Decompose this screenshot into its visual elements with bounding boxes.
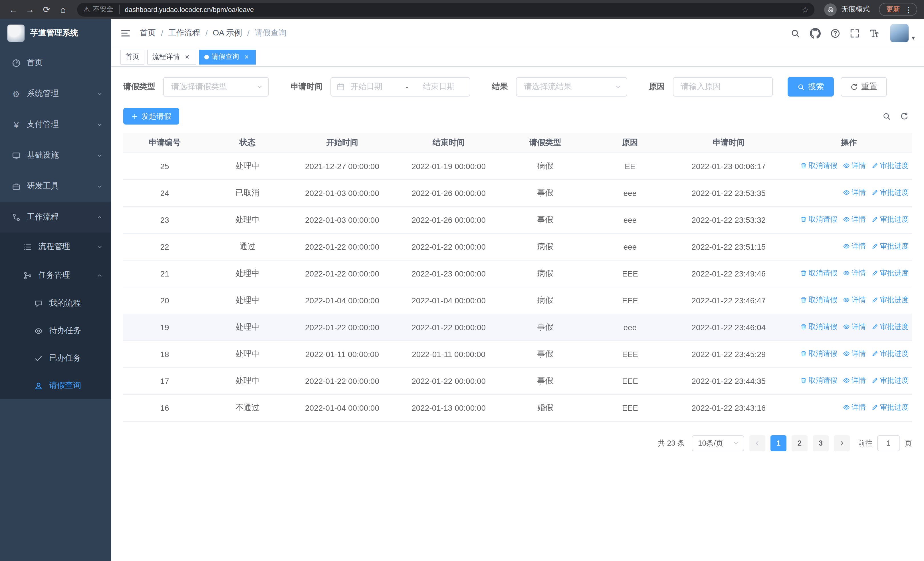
page-button-3[interactable]: 3 <box>813 435 829 451</box>
breadcrumb-item[interactable]: 工作流程 <box>168 28 200 38</box>
help-icon[interactable] <box>831 28 840 38</box>
refresh-table-icon[interactable] <box>900 112 909 120</box>
tab-process-detail[interactable]: 流程详情× <box>147 50 196 64</box>
browser-reload-icon[interactable]: ⟳ <box>39 2 54 17</box>
search-button[interactable]: 搜索 <box>788 77 834 96</box>
prev-page-button[interactable] <box>749 435 765 451</box>
chevron-down-icon <box>733 440 739 446</box>
page-button-1[interactable]: 1 <box>771 435 786 451</box>
breadcrumb-item[interactable]: OA 示例 <box>213 28 242 38</box>
cell-actions: 取消请假详情审批进度 <box>786 367 912 394</box>
sidebar-item-label: 已办任务 <box>49 353 81 363</box>
progress-link[interactable]: 审批进度 <box>872 349 909 359</box>
browser-menu-icon[interactable]: ⋮ <box>904 5 913 14</box>
sidebar-item-my-process[interactable]: 我的流程 <box>0 290 111 317</box>
detail-link[interactable]: 详情 <box>843 188 866 198</box>
header-search-icon[interactable] <box>791 28 801 38</box>
sidebar-item-workflow[interactable]: 工作流程 <box>0 202 111 233</box>
user-menu[interactable]: ▾ <box>891 24 915 42</box>
sidebar-item-task-management[interactable]: 任务管理 <box>0 261 111 290</box>
sidebar-item-system-management[interactable]: ⚙系统管理 <box>0 78 111 109</box>
sidebar-item-todo-tasks[interactable]: 待办任务 <box>0 317 111 344</box>
total-count: 共 23 条 <box>658 438 685 448</box>
detail-link[interactable]: 详情 <box>843 376 866 386</box>
eye-icon <box>843 404 850 411</box>
browser-forward-icon[interactable]: → <box>22 2 38 17</box>
page-button-2[interactable]: 2 <box>792 435 808 451</box>
breadcrumb-item[interactable]: 首页 <box>140 28 156 38</box>
progress-link[interactable]: 审批进度 <box>872 403 909 412</box>
progress-link[interactable]: 审批进度 <box>872 295 909 305</box>
cell-reason: eee <box>589 206 672 233</box>
sidebar-item-home[interactable]: 首页 <box>0 47 111 78</box>
sidebar-item-infrastructure[interactable]: 基础设施 <box>0 140 111 171</box>
tab-home[interactable]: 首页 <box>120 50 144 64</box>
detail-link[interactable]: 详情 <box>843 269 866 278</box>
cell-actions: 详情审批进度 <box>786 233 912 260</box>
sidebar-item-done-tasks[interactable]: 已办任务 <box>0 344 111 372</box>
create-leave-button[interactable]: 发起请假 <box>123 108 179 125</box>
close-icon[interactable]: × <box>183 53 191 61</box>
detail-link[interactable]: 详情 <box>843 322 866 332</box>
address-bar[interactable]: ⚠ 不安全 dashboard.yudao.iocoder.cn/bpm/oa/… <box>77 3 814 16</box>
cancel-link[interactable]: 取消请假 <box>800 349 837 359</box>
progress-link[interactable]: 审批进度 <box>872 188 909 198</box>
cell-status: 通过 <box>206 233 289 260</box>
font-size-icon[interactable] <box>870 28 879 38</box>
workflow-icon <box>11 213 21 221</box>
progress-link[interactable]: 审批进度 <box>872 322 909 332</box>
progress-link[interactable]: 审批进度 <box>872 161 909 171</box>
goto-page-input[interactable]: 1 <box>877 435 900 451</box>
app-logo-row[interactable]: 芋道管理系统 <box>0 19 111 47</box>
cell-actions: 详情审批进度 <box>786 179 912 206</box>
sidebar-item-process-management[interactable]: 流程管理 <box>0 233 111 261</box>
progress-link[interactable]: 审批进度 <box>872 376 909 386</box>
sidebar-item-leave-query[interactable]: 请假查询 <box>0 372 111 399</box>
cancel-link[interactable]: 取消请假 <box>800 161 837 171</box>
detail-link[interactable]: 详情 <box>843 215 866 224</box>
leave-type-select[interactable]: 请选择请假类型 <box>163 77 269 96</box>
sidebar-item-payment-management[interactable]: ¥支付管理 <box>0 109 111 140</box>
github-icon[interactable] <box>810 28 821 39</box>
close-icon[interactable]: × <box>243 53 250 61</box>
progress-link[interactable]: 审批进度 <box>872 269 909 278</box>
detail-link[interactable]: 详情 <box>843 295 866 305</box>
cell-actions: 取消请假详情审批进度 <box>786 260 912 287</box>
cell-apply-time: 2022-01-22 23:45:29 <box>672 340 786 367</box>
cancel-link[interactable]: 取消请假 <box>800 322 837 332</box>
tabs-bar: 首页流程详情×请假查询× <box>111 47 924 67</box>
detail-link[interactable]: 详情 <box>843 242 866 251</box>
breadcrumb-separator: / <box>247 29 249 38</box>
apply-time-label: 申请时间 <box>291 82 322 92</box>
edit-icon <box>872 162 878 169</box>
eye-icon <box>843 270 850 277</box>
trash-icon <box>800 162 807 169</box>
sidebar-item-label: 工作流程 <box>27 212 59 222</box>
page-size-select[interactable]: 10条/页 <box>692 435 744 451</box>
progress-link[interactable]: 审批进度 <box>872 242 909 251</box>
browser-back-icon[interactable]: ← <box>6 2 21 17</box>
sidebar-item-dev-tools[interactable]: 研发工具 <box>0 171 111 202</box>
cancel-link[interactable]: 取消请假 <box>800 376 837 386</box>
result-select[interactable]: 请选择流结果 <box>516 77 627 96</box>
detail-link[interactable]: 详情 <box>843 161 866 171</box>
cancel-link[interactable]: 取消请假 <box>800 295 837 305</box>
security-chip[interactable]: ⚠ 不安全 <box>83 5 120 14</box>
tab-leave-query[interactable]: 请假查询× <box>199 50 256 64</box>
fullscreen-icon[interactable] <box>850 28 860 38</box>
browser-home-icon[interactable]: ⌂ <box>56 2 71 17</box>
toggle-search-icon[interactable] <box>882 112 891 120</box>
cancel-link[interactable]: 取消请假 <box>800 269 837 278</box>
update-button[interactable]: 更新 ⋮ <box>879 3 917 16</box>
detail-link[interactable]: 详情 <box>843 403 866 412</box>
reset-button[interactable]: 重置 <box>841 77 887 96</box>
cancel-link[interactable]: 取消请假 <box>800 215 837 224</box>
date-range-input[interactable]: 开始日期 - 结束日期 <box>330 77 470 96</box>
bookmark-star-icon[interactable]: ☆ <box>799 5 811 14</box>
table-row: 19处理中2022-01-22 00:00:002022-01-22 00:00… <box>123 314 912 340</box>
reason-input[interactable]: 请输入原因 <box>673 77 773 96</box>
next-page-button[interactable] <box>834 435 850 451</box>
detail-link[interactable]: 详情 <box>843 349 866 359</box>
progress-link[interactable]: 审批进度 <box>872 215 909 224</box>
sidebar-toggle-icon[interactable] <box>120 28 131 38</box>
